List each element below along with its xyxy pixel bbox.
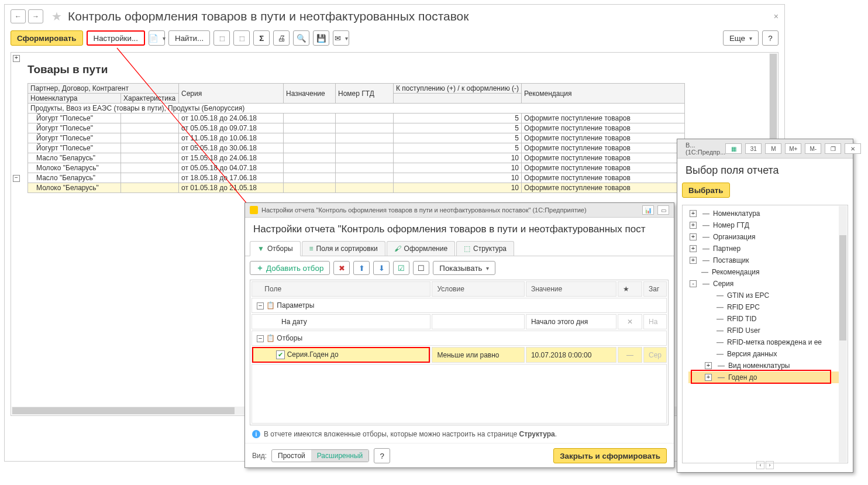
- m-minus-button[interactable]: M-: [805, 143, 821, 154]
- forward-button[interactable]: →: [28, 9, 43, 23]
- tree-item[interactable]: —RFID TID: [688, 313, 842, 325]
- help-button[interactable]: ?: [762, 30, 779, 46]
- uncheck-all-button[interactable]: ☐: [413, 261, 429, 275]
- tree-item[interactable]: +—Номер ГТД: [688, 219, 842, 231]
- tree-item[interactable]: —Версия данных: [688, 348, 842, 360]
- table-row[interactable]: Молоко "Беларусь"от 05.05.18 до 04.07.18…: [28, 163, 685, 173]
- col-series: Серия: [179, 84, 284, 104]
- tab-filters[interactable]: ▼Отборы: [250, 241, 301, 256]
- dlg-calc-icon[interactable]: 📊: [642, 205, 654, 215]
- add-filter-button[interactable]: ＋Добавить отбор: [250, 261, 330, 275]
- expand-icon[interactable]: +: [705, 374, 712, 381]
- tree-item[interactable]: +—Вид номенклатуры: [688, 360, 842, 372]
- col-val: Значение: [526, 281, 616, 297]
- tab-structure[interactable]: ⬚Структура: [456, 241, 514, 256]
- report-title: Товары в пути: [11, 53, 778, 83]
- view-simple[interactable]: Простой: [272, 450, 311, 462]
- choose-button[interactable]: Выбрать: [682, 183, 730, 198]
- info-icon: i: [252, 430, 260, 438]
- settings-titlebar: Настройки отчета "Контроль оформления то…: [245, 203, 674, 218]
- filters-group[interactable]: −📋 Отборы: [252, 331, 667, 346]
- params-group[interactable]: −📋 Параметры: [252, 298, 667, 313]
- dash-icon: —: [717, 350, 724, 358]
- move-up-button[interactable]: ⬆: [353, 261, 370, 275]
- expand-icon[interactable]: +: [690, 222, 697, 229]
- on-date-row[interactable]: На дату Начало этого дня ✕ На: [252, 314, 667, 329]
- table-row[interactable]: Йогурт "Полесье"от 05.05.18 до 09.07.185…: [28, 123, 685, 133]
- save-button[interactable]: 💾: [313, 30, 329, 46]
- help-button-2[interactable]: ?: [374, 448, 390, 463]
- email-button[interactable]: ✉: [333, 30, 349, 46]
- generate-button[interactable]: Сформировать: [11, 30, 83, 46]
- tree-item[interactable]: -—Серия: [688, 278, 842, 290]
- variants-button[interactable]: 📄: [149, 30, 165, 46]
- close-icon-2[interactable]: ✕: [845, 143, 861, 154]
- tree-expand-top[interactable]: +: [13, 55, 20, 62]
- settings-button[interactable]: Настройки...: [87, 30, 145, 46]
- show-button[interactable]: Показывать: [433, 261, 495, 275]
- tree-label: Годен до: [728, 373, 757, 381]
- view-extended[interactable]: Расширенный: [311, 450, 369, 462]
- expand-icon[interactable]: +: [690, 210, 697, 217]
- expand-icon[interactable]: +: [690, 233, 697, 240]
- table-row[interactable]: Молоко "Беларусь"от 01.05.18 до 21.05.18…: [28, 183, 685, 193]
- preview-button[interactable]: 🔍: [293, 30, 309, 46]
- collapse-button[interactable]: ⬚: [233, 30, 250, 46]
- close-icon[interactable]: ×: [774, 12, 779, 21]
- check-all-button[interactable]: ☑: [393, 261, 409, 275]
- expand-icon[interactable]: +: [705, 362, 712, 369]
- m-plus-button[interactable]: M+: [785, 143, 801, 154]
- delete-filter-button[interactable]: ✖: [333, 261, 350, 275]
- tree-item[interactable]: —Рекомендация: [688, 266, 842, 278]
- selected-filter-row[interactable]: ✔ Серия.Годен до Меньше или равно 10.07.…: [252, 347, 667, 363]
- expand-icon[interactable]: +: [690, 257, 697, 264]
- close-generate-button[interactable]: Закрыть и сформировать: [553, 448, 667, 463]
- filter-checkbox[interactable]: ✔: [276, 350, 285, 359]
- table-row[interactable]: Йогурт "Полесье"от 10.05.18 до 24.06.185…: [28, 113, 685, 123]
- tree-item[interactable]: —RFID EPC: [688, 301, 842, 313]
- tree-item[interactable]: +—Годен до: [688, 372, 842, 383]
- brush-icon: 🖌: [394, 245, 401, 253]
- tree-label: Организация: [713, 233, 755, 241]
- restore-icon[interactable]: ❐: [825, 143, 841, 154]
- tree-label: GTIN из EPC: [727, 291, 769, 300]
- m-button[interactable]: M: [765, 143, 781, 154]
- more-button[interactable]: Еще: [723, 30, 759, 46]
- dash-icon: —: [717, 338, 724, 346]
- tree-item[interactable]: —RFID-метка повреждена и ее: [688, 336, 842, 348]
- tree-collapse[interactable]: −: [13, 175, 20, 182]
- tree-item[interactable]: —RFID User: [688, 325, 842, 336]
- tree-item[interactable]: —GTIN из EPC: [688, 290, 842, 301]
- find-button[interactable]: Найти...: [168, 30, 210, 46]
- table-row[interactable]: Масло "Беларусь"от 15.05.18 до 24.06.181…: [28, 153, 685, 163]
- tree-item[interactable]: +—Поставщик: [688, 254, 842, 266]
- tree-item[interactable]: +—Партнер: [688, 243, 842, 254]
- tree-item[interactable]: +—Номенклатура: [688, 208, 842, 219]
- titlebar: ← → ★ Контроль оформления товаров в пути…: [5, 5, 784, 28]
- back-button[interactable]: ←: [11, 9, 26, 23]
- view-segment[interactable]: Простой Расширенный: [271, 449, 369, 462]
- field-scrollbar[interactable]: [839, 206, 847, 462]
- grid-icon[interactable]: ▦: [725, 143, 742, 154]
- table-row[interactable]: Масло "Беларусь"от 18.05.18 до 17.06.181…: [28, 173, 685, 183]
- expand-button[interactable]: ⬚: [213, 30, 230, 46]
- sum-button[interactable]: Σ: [253, 30, 270, 46]
- col-purpose: Назначение: [284, 84, 336, 104]
- settings-toolbar: ＋Добавить отбор ✖ ⬆ ⬇ ☑ ☐ Показывать: [245, 256, 674, 280]
- print-button[interactable]: 🖨: [273, 30, 290, 46]
- favorite-icon[interactable]: ★: [51, 9, 62, 23]
- move-down-button[interactable]: ⬇: [373, 261, 390, 275]
- dlg-min-icon[interactable]: ▭: [657, 205, 669, 215]
- tab-fields[interactable]: ≡Поля и сортировки: [302, 241, 385, 256]
- dash-icon: —: [702, 209, 709, 218]
- table-row[interactable]: Йогурт "Полесье"от 11.05.18 до 10.06.185…: [28, 133, 685, 143]
- funnel-icon: ▼: [257, 245, 264, 253]
- tree-label: RFID-метка повреждена и ее: [727, 338, 822, 346]
- tree-item[interactable]: +—Организация: [688, 231, 842, 243]
- tab-format[interactable]: 🖌Оформление: [387, 241, 455, 256]
- expand-icon[interactable]: +: [690, 245, 697, 252]
- date-icon[interactable]: 31: [745, 143, 762, 154]
- table-row[interactable]: Йогурт "Полесье"от 05.05.18 до 30.06.185…: [28, 143, 685, 153]
- expand-icon[interactable]: -: [690, 280, 697, 287]
- col-char: Характеристика: [121, 94, 179, 104]
